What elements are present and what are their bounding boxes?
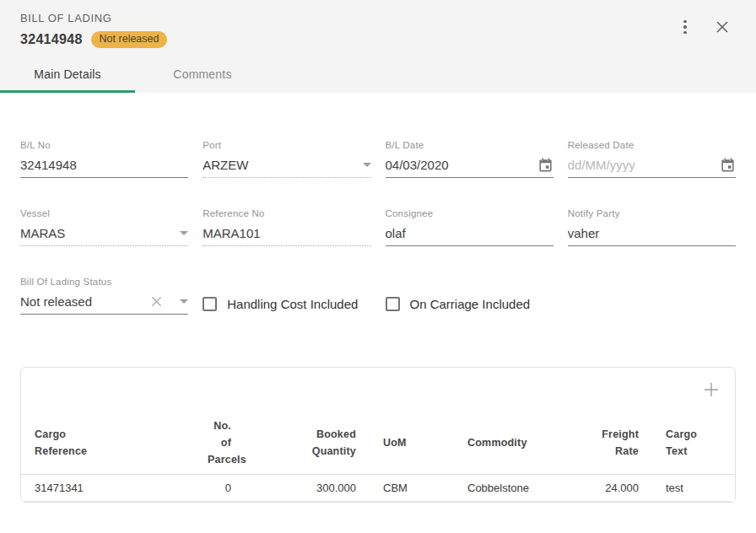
close-button[interactable]: [710, 15, 734, 39]
field-released-date: Released Date dd/MM/yyyy: [568, 140, 736, 178]
kebab-menu-icon: [683, 20, 687, 35]
released-date-input[interactable]: dd/MM/yyyy: [568, 156, 736, 178]
cargo-table: CargoReference No. ofParcels BookedQuant…: [21, 412, 735, 502]
field-label: Port: [202, 140, 370, 150]
field-label: Consignee: [386, 208, 554, 218]
cargo-table-header-row: CargoReference No. ofParcels BookedQuant…: [21, 412, 735, 475]
field-bl-no: B/L No 32414948: [20, 140, 188, 178]
cell-cargo-text: test: [652, 475, 735, 502]
col-uom: UoM: [370, 412, 454, 475]
handling-cost-checkbox[interactable]: Handling Cost Included: [202, 293, 370, 315]
cargo-lines-card: CargoReference No. ofParcels BookedQuant…: [20, 367, 736, 503]
field-label: Vessel: [20, 208, 188, 218]
col-freight-rate: FreightRate: [543, 412, 652, 475]
dialog-header: BILL OF LADING 32414948 Not released Mai…: [0, 0, 756, 93]
field-vessel: Vessel MARAS: [20, 208, 188, 246]
cargo-table-row[interactable]: 31471341 0 300.000 CBM Cobbelstone 24.00…: [21, 475, 735, 502]
col-cargo-text: CargoText: [652, 412, 735, 475]
calendar-icon[interactable]: [720, 157, 736, 173]
consignee-input[interactable]: olaf: [386, 224, 554, 246]
status-badge: Not released: [91, 31, 168, 48]
cell-cargo-reference: 31471341: [21, 475, 194, 502]
field-label: B/L No: [20, 140, 188, 150]
field-bl-date: B/L Date 04/03/2020: [386, 140, 554, 178]
col-booked-quantity: BookedQuantity: [245, 412, 370, 475]
more-options-button[interactable]: [673, 15, 697, 39]
field-label: Reference No: [202, 208, 370, 218]
col-commodity: Commodity: [454, 412, 543, 475]
cell-uom: CBM: [370, 475, 454, 502]
chevron-down-icon[interactable]: [363, 163, 371, 167]
plus-icon: [702, 380, 721, 399]
main-details-form: B/L No 32414948 Port ARZEW B/L Date 04/0…: [0, 93, 756, 315]
add-cargo-line-button[interactable]: [699, 377, 724, 402]
document-number: 32414948: [20, 32, 83, 47]
active-tab-indicator: [0, 90, 135, 93]
close-icon: [716, 20, 729, 34]
reference-no-input[interactable]: MARA101: [202, 224, 370, 246]
col-no-of-parcels: No. ofParcels: [194, 412, 245, 475]
checkbox-box: [386, 297, 400, 311]
bl-no-input[interactable]: 32414948: [20, 156, 188, 178]
bl-date-input[interactable]: 04/03/2020: [386, 156, 554, 178]
field-notify-party: Notify Party vaher: [568, 208, 736, 246]
notify-party-input[interactable]: vaher: [568, 224, 736, 246]
tab-bar: Main Details Comments: [0, 56, 270, 93]
vessel-select[interactable]: MARAS: [20, 224, 188, 246]
field-reference-no: Reference No MARA101: [202, 208, 370, 246]
chevron-down-icon[interactable]: [180, 231, 188, 235]
field-bl-status: Bill Of Lading Status Not released: [20, 277, 188, 315]
field-label: B/L Date: [386, 140, 554, 150]
clear-icon[interactable]: [150, 295, 163, 308]
checkbox-box: [202, 297, 217, 311]
cell-no-of-parcels: 0: [194, 475, 245, 502]
cell-freight-rate: 24.000: [543, 475, 652, 502]
tab-main-details[interactable]: Main Details: [0, 56, 135, 93]
cell-commodity: Cobbelstone: [454, 475, 543, 502]
tab-comments[interactable]: Comments: [135, 56, 270, 93]
calendar-icon[interactable]: [537, 157, 554, 173]
page-title: BILL OF LADING: [0, 0, 756, 24]
on-carriage-checkbox[interactable]: On Carriage Included: [386, 293, 554, 315]
port-select[interactable]: ARZEW: [202, 156, 370, 178]
bl-status-select[interactable]: Not released: [20, 293, 188, 315]
field-label: Released Date: [568, 140, 736, 150]
field-label: Notify Party: [568, 208, 736, 218]
field-label: Bill Of Lading Status: [20, 277, 188, 287]
cell-booked-quantity: 300.000: [245, 475, 370, 502]
col-cargo-reference: CargoReference: [21, 412, 194, 475]
field-consignee: Consignee olaf: [386, 208, 554, 246]
field-port: Port ARZEW: [202, 140, 370, 178]
chevron-down-icon[interactable]: [180, 299, 188, 304]
